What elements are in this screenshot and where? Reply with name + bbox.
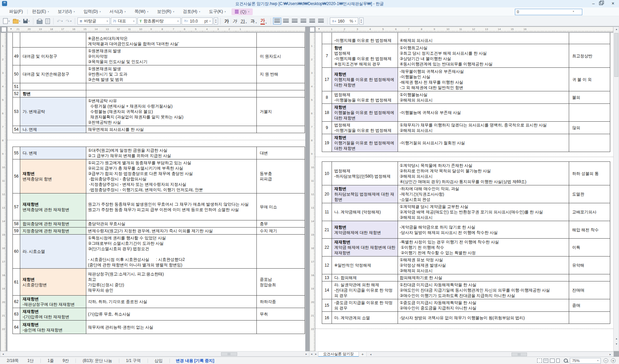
redo-button[interactable]: ↷▾	[65, 17, 72, 25]
zoom-level-select[interactable]: 75% ▾	[570, 358, 601, 364]
save-button[interactable]: ▾	[22, 17, 31, 25]
document-page-right[interactable]: -이행지체를 이유로 한 법정해제④해제의 의사표시7항변법정해제-이행지체를 …	[315, 33, 613, 351]
horizontal-scroll-thumb[interactable]	[512, 353, 527, 356]
tab-scroll-left-icon[interactable]: ◂	[309, 352, 314, 357]
table-row[interactable]: 57재재항변변제충당에 관한 재재항변원고가 주장한 동종채무의 발생원인이 무…	[12, 193, 305, 220]
minimize-button[interactable]: –	[589, 1, 598, 7]
align-right-button[interactable]	[301, 19, 306, 23]
font-size-stepper[interactable]: ▲▼	[214, 18, 218, 25]
line-spacing-input[interactable]: ⇕≡ 160 % ▾	[330, 18, 358, 25]
table-row[interactable]: 12※일반적인 약정해제①해제권 유보 약정 사실②약정상 해제권 발생사실③해…	[322, 256, 610, 274]
table-row[interactable]: 53가. 변제공탁①변제공탁 사유 수령거절 (변제사실 + 채권자의 수령거절…	[12, 97, 305, 126]
add-tab-button[interactable]: +	[359, 352, 367, 357]
indent-marker-icon[interactable]: ▾	[318, 28, 320, 30]
zoom-magnifier-icon[interactable]	[564, 359, 568, 363]
menu-item[interactable]: 편집(E)▾	[28, 7, 53, 16]
horizontal-scrollbar-right[interactable]: ◂ ▸	[367, 352, 614, 357]
table-row[interactable]: 49대여금 및 이자청구①원본채권의 발생②이자약정③목적물의 인도사실 및 인…	[12, 48, 305, 65]
table-row[interactable]: 21재항변계약금해제에 대한 재항변-계약금을 해약금으로 하지 않기로 한 사…	[322, 221, 610, 239]
table-row[interactable]: 50대여금 및 지연손해금청구①원본채권의 발생②반환시기 및 그 도과③손해 …	[12, 65, 305, 83]
table-row[interactable]: 64재재항변-승인에 대한 재재항변채무자에 관리능력·권한이 없는 사실	[12, 321, 305, 334]
zoom-in-button[interactable]: +	[611, 358, 616, 363]
char-style-select[interactable]: 가 대표 ▾	[111, 18, 136, 25]
line-spacing-stepper[interactable]: ▲▼	[359, 18, 364, 25]
align-center-button[interactable]	[292, 19, 298, 23]
tab-scroll-right-icon[interactable]: ▸	[314, 352, 318, 357]
font-size-input[interactable]: 가↕ 10.0 pt ▾	[182, 18, 213, 25]
table-row[interactable]: 55다. 변제①대주(원고)에게 일정한 금원을 지급한 사실②그 급부가 채무…	[12, 147, 305, 159]
table-row[interactable]: 51	[12, 83, 305, 90]
quick-command-input[interactable]: 0	[515, 9, 582, 15]
underline-button[interactable]: 가▾	[239, 18, 248, 24]
menu-item[interactable]: 서식(J)▾	[105, 7, 130, 16]
view-fit-width-icon[interactable]	[550, 359, 555, 363]
prev-page-icon[interactable]: ▴	[614, 337, 619, 340]
scroll-up-icon[interactable]: ▴	[614, 28, 619, 31]
menu-item[interactable]: 입력(D)▾	[79, 7, 105, 16]
table-row[interactable]: 16마. 계약관계의 소멸-당사자 쌍방의 귀책사유 없이 채무가 이행불능이 …	[322, 312, 610, 324]
page-setup-corner-left[interactable]	[1, 27, 6, 32]
outline-button[interactable]: 과▾	[249, 18, 258, 24]
table-row[interactable]: ※금전소비대차계약은계약체결과 대여금인도사실을 합하여 '대여한 사실'	[12, 33, 305, 48]
vertical-scrollbar[interactable]: ▴ ▴ ▾	[613, 27, 619, 351]
table-row[interactable]: 58합의충당에 관한 재재항변충당약관의 무효사실충무	[12, 220, 305, 228]
table-row[interactable]: 63재재항변-(가)압류에 대한 재재항변(가)압류 무효, 취소사실무취	[12, 308, 305, 321]
view-fit-page-icon[interactable]	[537, 359, 542, 363]
italic-button[interactable]: 가	[231, 18, 238, 24]
paragraph-style-select[interactable]: ≣ 바탕글 ▾	[78, 18, 110, 25]
menu-item[interactable]: 검토(H)▾	[179, 7, 205, 16]
align-left-button[interactable]	[283, 19, 289, 23]
restore-button[interactable]	[599, 2, 603, 5]
scroll-left-icon[interactable]: ◂	[369, 353, 373, 356]
table-row[interactable]: 62재재항변-재판상청구에 대한 재재항변각하, 취하, 기각으로 종료된 사실…	[12, 296, 305, 308]
preview-button[interactable]	[44, 17, 51, 25]
align-distribute-button[interactable]	[309, 19, 315, 23]
table-row[interactable]: 11나. 계약금해제 (약정해제)①계약체결 당시 계약금을 교부한 사실②계약…	[322, 203, 610, 221]
table-row[interactable]: 17재항변이행지체를 이유로 한 법정해제에 대한 재항변-채무불이행의 귀책사…	[322, 68, 610, 91]
table-row[interactable]: 61재항변시효중단항변재판상청구(원고:소제기시, 피고:응소한때)최고가압류(…	[12, 269, 305, 296]
document-page-left[interactable]: ※금전소비대차계약은계약체결과 대여금인도사실을 합하여 '대여한 사실'49대…	[7, 33, 305, 351]
next-page-icon[interactable]: ▾	[614, 342, 619, 345]
table-row[interactable]: 14라. 실권약관에 의한 해제-잔대금 미지급을 이유로 한 약정의 경우①잔…	[322, 281, 610, 299]
table-row[interactable]: 10법정해제-하자담보책임(민580) 법정해제①계약당시 목적물에 하자가 존…	[322, 162, 610, 185]
chevron-down-icon[interactable]: ▾	[573, 10, 574, 13]
menu-item-object[interactable]: (Q) ▾	[231, 8, 253, 15]
menu-item[interactable]: 보안(R)▾	[153, 7, 179, 16]
vertical-scroll-thumb[interactable]	[614, 33, 618, 77]
table-row[interactable]: 22재재항변계약금 해제에 대한 재항변에 대한 재재항변-특별한 사정이 있는…	[322, 239, 610, 256]
horizontal-scrollbar-left[interactable]: ◂ ▸	[0, 351, 309, 357]
table-row[interactable]: 20재항변하자담보책임 법정해제에 대한 재항변-하자에 대해 매수인이 악의,…	[322, 185, 610, 203]
indent-marker-icon[interactable]: ▾	[10, 28, 12, 30]
table-row[interactable]: 52항변	[12, 90, 305, 97]
print-button[interactable]	[36, 17, 43, 25]
page-setup-corner-right[interactable]	[310, 27, 315, 32]
document-tab[interactable]: 요건사실론 암기장	[318, 352, 359, 357]
scroll-left-icon[interactable]: ◂	[1, 353, 5, 356]
align-justify-button[interactable]	[274, 19, 280, 23]
scroll-right-icon[interactable]: ▸	[304, 353, 308, 356]
table-row[interactable]: 18재항변이행불능을 이유로 한 법정해제에 대한 재항변-이행불능에 귀책사유…	[322, 104, 610, 122]
menu-item[interactable]: 파일(F)	[5, 7, 27, 16]
zoom-out-button[interactable]: −	[603, 358, 608, 363]
scroll-right-icon[interactable]: ▸	[608, 353, 612, 356]
table-row[interactable]: 15-중도금 미지급을 이유로 한 약정의 경우①중도금 미지급시 자동해제특약…	[322, 299, 610, 312]
table-row[interactable]: 9법정해제-이행거절을 이유로 한 법정해제①채무자가 채무를 이행하지 않겠다…	[322, 122, 610, 134]
undo-button[interactable]: ↶▾	[56, 17, 64, 25]
table-row[interactable]: 8법정해제-이행불능을 이유로 한 법정해제①이행불능사실②해제의 의사표시불의	[322, 91, 610, 104]
table-row[interactable]: -이행지체를 이유로 한 법정해제④해제의 의사표시	[322, 33, 610, 44]
table-row[interactable]: 19재항변이행거절을 이유로 한 법정해제에 대한 재항변-이행거절의 의사표시…	[322, 134, 610, 152]
new-document-button[interactable]: ▾	[2, 17, 11, 25]
menu-item[interactable]: 보기(U)▾	[53, 7, 79, 16]
open-button[interactable]: ▾	[12, 17, 22, 25]
view-page-icon[interactable]	[556, 359, 560, 363]
align-divide-button[interactable]	[318, 19, 324, 23]
track-changes-status[interactable]: 변경 내용 [기록 중지]	[170, 358, 220, 364]
table-row[interactable]: 54나. 면제채무면제의 의사표시를 한 사실	[12, 126, 305, 133]
menu-item[interactable]: 도구(K)▾	[205, 7, 230, 16]
menu-item[interactable]: 쪽(W)▾	[130, 7, 153, 16]
table-row[interactable]: 13다. 합의해제합의해제하기로 한 사실	[322, 274, 610, 281]
close-button[interactable]: ×	[609, 1, 617, 7]
view-full-screen-icon[interactable]	[544, 359, 548, 363]
table-row[interactable]: 60라. 시효소멸①특정시점에 권리를 행사할 수 있었던 사실②그때로부터 소…	[12, 235, 305, 269]
table-row[interactable]: 7항변법정해제-이행지체를 이유로 한 법정해제※정지조건부 해제의 경우①이행…	[322, 44, 610, 68]
